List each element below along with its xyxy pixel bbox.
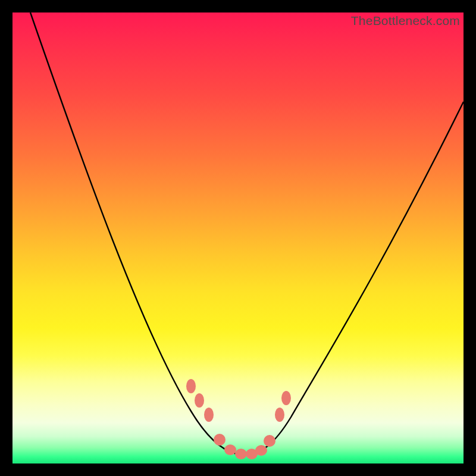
chart-frame: TheBottleneck.com [0,0,476,476]
marker-dot [186,379,196,393]
marker-dot [204,408,214,422]
marker-dot [195,393,204,408]
marker-dot [264,435,275,447]
curve-layer [12,12,464,464]
marker-dot [275,408,284,422]
marker-group [186,379,291,459]
marker-dot [224,444,236,455]
marker-dot [281,391,291,405]
bottleneck-curve [30,12,464,455]
marker-dot [255,445,267,456]
marker-dot [235,449,247,459]
marker-dot [214,434,226,446]
gradient-plot-area: TheBottleneck.com [12,12,464,464]
